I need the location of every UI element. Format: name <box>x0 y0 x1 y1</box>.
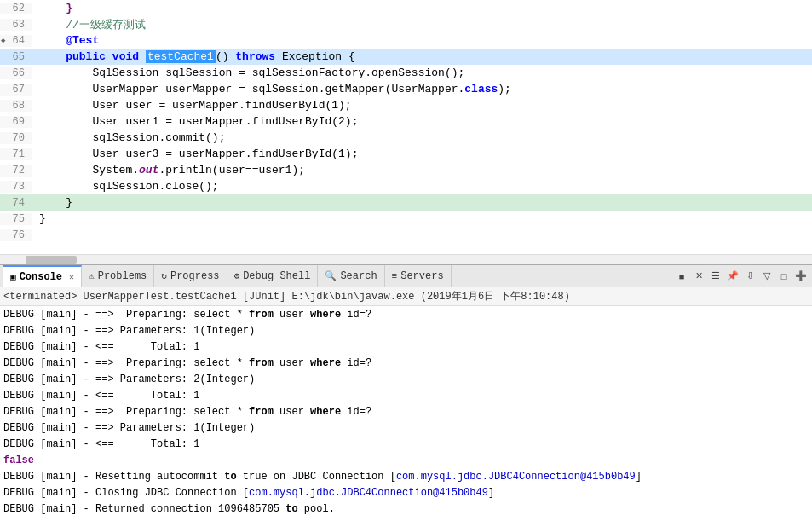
code-editor: 62 } 63 //一级缓存测试 64◆ @Test 65 public voi… <box>0 0 812 254</box>
panel-new-console-button[interactable]: ➕ <box>793 269 809 284</box>
line-number-66: 66 <box>0 67 32 79</box>
line-number-68: 68 <box>0 100 32 112</box>
line-number-72: 72 <box>0 165 32 177</box>
tab-search-label: Search <box>340 270 377 282</box>
console-terminated-bar: <terminated> UserMapperTest.testCache1 [… <box>0 287 812 306</box>
console-line-6: DEBUG [main] - <== Total: 1 <box>0 387 812 403</box>
panel-clear-button[interactable]: ☰ <box>708 269 723 284</box>
scrollbar-thumb[interactable] <box>26 256 77 264</box>
console-line-10: DEBUG [main] - Resetting autocommit to t… <box>0 468 812 484</box>
tab-progress[interactable]: ↻ Progress <box>154 265 227 287</box>
console-line-2: DEBUG [main] - ==> Parameters: 1(Integer… <box>0 322 812 339</box>
panel-tabs: ▣ Console ✕ ⚠ Problems ↻ Progress ⚙ Debu… <box>0 265 812 287</box>
debug-text-3: DEBUG [main] - <== Total: 1 <box>3 341 199 353</box>
code-line-70: 70 sqlSession.commit(); <box>0 130 812 146</box>
line-content-71: User user3 = userMapper.findUserById(1); <box>32 148 812 160</box>
line-number-69: 69 <box>0 116 32 128</box>
terminated-text: <terminated> UserMapperTest.testCache1 [… <box>3 291 570 303</box>
code-line-67: 67 UserMapper userMapper = sqlSession.ge… <box>0 81 812 97</box>
tab-problems[interactable]: ⚠ Problems <box>82 265 154 287</box>
console-line-3: DEBUG [main] - <== Total: 1 <box>0 339 812 355</box>
debug-text-5: DEBUG [main] - ==> Parameters: 2(Integer… <box>3 373 255 385</box>
tab-problems-label: Problems <box>98 270 147 282</box>
panel-maximize-button[interactable]: □ <box>776 269 792 284</box>
debug-text-6: DEBUG [main] - <== Total: 1 <box>3 390 199 402</box>
debug-text-9: DEBUG [main] - <== Total: 1 <box>3 438 199 450</box>
code-line-64: 64◆ @Test <box>0 32 812 49</box>
code-line-71: 71 User user3 = userMapper.findUserById(… <box>0 146 812 162</box>
line-content-63: //一级缓存测试 <box>32 17 812 32</box>
console-output: DEBUG [main] - ==> Preparing: select * f… <box>0 306 812 521</box>
panel-pin-button[interactable]: 📌 <box>725 269 740 284</box>
bottom-panel: ▣ Console ✕ ⚠ Problems ↻ Progress ⚙ Debu… <box>0 264 812 521</box>
progress-icon: ↻ <box>161 270 167 281</box>
line-content-75: } <box>32 212 812 225</box>
console-line-11: DEBUG [main] - Closing JDBC Connection [… <box>0 484 812 501</box>
debug-text-7: DEBUG [main] - ==> Preparing: select * f… <box>3 406 371 418</box>
console-icon: ▣ <box>10 271 16 282</box>
line-number-76: 76 <box>0 229 32 241</box>
tab-debug-shell[interactable]: ⚙ Debug Shell <box>227 265 319 287</box>
console-line-1: DEBUG [main] - ==> Preparing: select * f… <box>0 306 812 322</box>
panel-scroll-lock-button[interactable]: ⇩ <box>742 269 757 284</box>
code-line-62: 62 } <box>0 0 812 16</box>
console-line-false: false <box>0 452 812 468</box>
tab-servers-label: Servers <box>400 270 443 282</box>
code-line-66: 66 SqlSession sqlSession = sqlSessionFac… <box>0 65 812 81</box>
line-number-62: 62 <box>0 3 32 14</box>
line-content-70: sqlSession.commit(); <box>32 131 812 144</box>
tab-servers[interactable]: ≡ Servers <box>385 265 452 287</box>
tab-search[interactable]: 🔍 Search <box>318 265 384 287</box>
tab-console[interactable]: ▣ Console ✕ <box>3 265 82 287</box>
debug-text-12: DEBUG [main] - Returned connection 10964… <box>3 503 335 515</box>
code-line-68: 68 User user = userMapper.findUserById(1… <box>0 97 812 113</box>
problems-icon: ⚠ <box>89 270 95 281</box>
console-line-7: DEBUG [main] - ==> Preparing: select * f… <box>0 403 812 420</box>
debug-text-8: DEBUG [main] - ==> Parameters: 1(Integer… <box>3 422 255 434</box>
line-number-73: 73 <box>0 181 32 193</box>
code-line-65: 65 public void testCache1() throws Excep… <box>0 49 812 65</box>
console-line-5: DEBUG [main] - ==> Parameters: 2(Integer… <box>0 371 812 387</box>
line-number-71: 71 <box>0 148 32 160</box>
code-line-74: 74 } <box>0 194 812 211</box>
search-icon: 🔍 <box>325 270 337 281</box>
line-number-67: 67 <box>0 84 32 96</box>
line-content-62: } <box>32 2 812 14</box>
line-content-72: System.out.println(user==user1); <box>32 164 812 177</box>
line-number-65: 65 <box>0 51 32 63</box>
debug-text-2: DEBUG [main] - ==> Parameters: 1(Integer… <box>3 325 255 337</box>
line-number-75: 75 <box>0 213 32 225</box>
debug-text-10: DEBUG [main] - Resetting autocommit to t… <box>3 471 642 483</box>
tab-debug-shell-label: Debug Shell <box>243 270 310 282</box>
servers-icon: ≡ <box>392 271 398 281</box>
line-content-66: SqlSession sqlSession = sqlSessionFactor… <box>32 67 812 79</box>
console-line-9: DEBUG [main] - <== Total: 1 <box>0 436 812 452</box>
line-content-64: @Test <box>32 34 812 47</box>
code-line-69: 69 User user1 = userMapper.findUserById(… <box>0 113 812 130</box>
code-line-63: 63 //一级缓存测试 <box>0 16 812 32</box>
panel-minimize-button[interactable]: ▽ <box>759 269 775 284</box>
line-content-68: User user = userMapper.findUserById(1); <box>32 99 812 112</box>
code-line-73: 73 sqlSession.close(); <box>0 178 812 194</box>
debug-text-1: DEBUG [main] - ==> Preparing: select * f… <box>3 309 371 321</box>
line-number-74: 74 <box>0 197 32 209</box>
line-content-67: UserMapper userMapper = sqlSession.getMa… <box>32 83 812 96</box>
line-content-69: User user1 = userMapper.findUserById(2); <box>32 115 812 128</box>
debug-text-11: DEBUG [main] - Closing JDBC Connection [… <box>3 487 494 499</box>
debug-text-4: DEBUG [main] - ==> Preparing: select * f… <box>3 357 371 369</box>
code-horizontal-scrollbar[interactable] <box>0 254 812 264</box>
code-line-75: 75 } <box>0 211 812 227</box>
line-number-63: 63 <box>0 19 32 31</box>
tab-console-label: Console <box>20 271 62 283</box>
panel-close-button[interactable]: ✕ <box>691 269 706 284</box>
false-value: false <box>3 454 34 466</box>
line-content-74: } <box>32 196 812 209</box>
tab-progress-label: Progress <box>170 270 220 282</box>
line-number-64: 64◆ <box>0 35 32 47</box>
console-line-12: DEBUG [main] - Returned connection 10964… <box>0 501 812 517</box>
panel-stop-button[interactable]: ■ <box>674 269 689 284</box>
tab-console-close[interactable]: ✕ <box>69 272 74 282</box>
code-line-76: 76 <box>0 227 812 243</box>
console-line-4: DEBUG [main] - ==> Preparing: select * f… <box>0 355 812 371</box>
debug-shell-icon: ⚙ <box>234 270 240 281</box>
